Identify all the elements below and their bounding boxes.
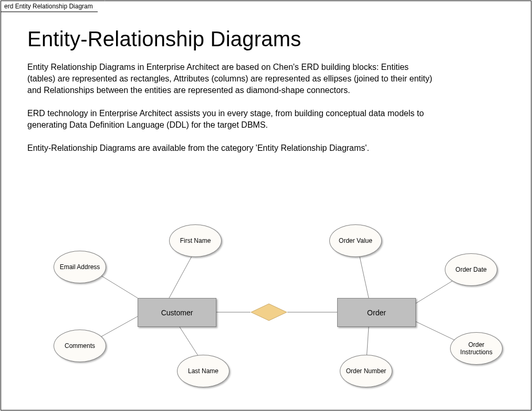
- attribute-comments[interactable]: Comments: [54, 330, 106, 362]
- page-title: Entity-Relationship Diagrams: [27, 27, 505, 51]
- svg-line-0: [169, 250, 195, 298]
- svg-marker-10: [251, 304, 287, 321]
- entity-order[interactable]: Order: [337, 298, 416, 327]
- attribute-label: Order Date: [455, 266, 486, 273]
- attribute-label: Order Instructions: [453, 341, 500, 356]
- entity-label: Customer: [161, 309, 193, 317]
- attribute-label: Order Value: [339, 237, 372, 244]
- diagram-tab: erd Entity Relationship Diagram: [1, 1, 105, 12]
- intro-paragraph-2: ERD technology in Enterprise Architect a…: [27, 108, 437, 131]
- intro-paragraph-1: Entity Relationship Diagrams in Enterpri…: [27, 61, 437, 96]
- erd-canvas: First Name Email Address Comments Last N…: [1, 201, 532, 411]
- attribute-label: Comments: [65, 342, 95, 350]
- svg-line-6: [358, 250, 369, 298]
- diagram-tab-label: erd Entity Relationship Diagram: [4, 3, 93, 10]
- attribute-label: Email Address: [60, 263, 100, 271]
- content-area: Entity-Relationship Diagrams Entity Rela…: [27, 22, 505, 166]
- attribute-first-name[interactable]: First Name: [169, 224, 222, 257]
- attribute-label: Order Number: [346, 367, 387, 375]
- attribute-label: Last Name: [188, 367, 218, 375]
- relationship-diamond[interactable]: [251, 303, 287, 321]
- attribute-order-instructions[interactable]: Order Instructions: [450, 332, 503, 365]
- attribute-label: First Name: [180, 237, 211, 244]
- intro-paragraph-3: Entity-Relationship Diagrams are availab…: [27, 142, 437, 154]
- attribute-order-number[interactable]: Order Number: [340, 355, 392, 387]
- diagram-frame: erd Entity Relationship Diagram Entity-R…: [1, 1, 531, 410]
- entity-customer[interactable]: Customer: [138, 298, 216, 327]
- attribute-order-date[interactable]: Order Date: [445, 253, 497, 286]
- attribute-order-value[interactable]: Order Value: [329, 224, 382, 257]
- attribute-email-address[interactable]: Email Address: [54, 251, 106, 283]
- attribute-last-name[interactable]: Last Name: [177, 355, 230, 387]
- entity-label: Order: [367, 309, 386, 317]
